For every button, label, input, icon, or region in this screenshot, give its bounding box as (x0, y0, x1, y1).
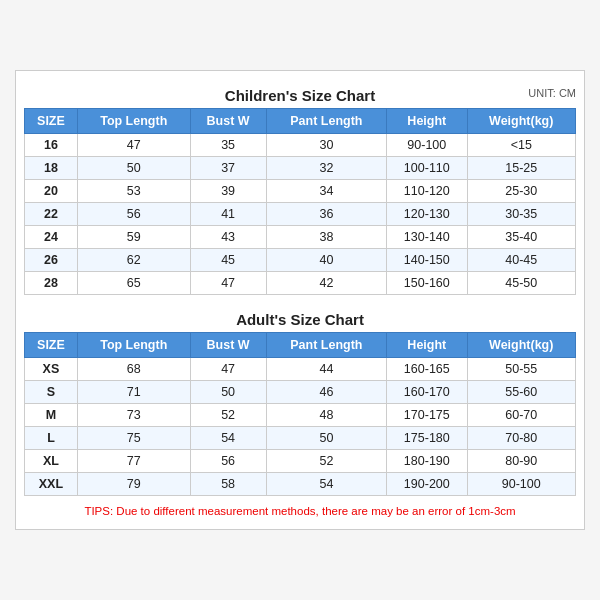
table-cell: 20 (25, 180, 78, 203)
table-row: 22564136120-13030-35 (25, 203, 576, 226)
table-cell: 55-60 (467, 381, 576, 404)
table-cell: 53 (77, 180, 190, 203)
col-header-height: Height (387, 109, 467, 134)
table-cell: 160-170 (387, 381, 467, 404)
table-cell: 44 (266, 358, 386, 381)
table-cell: 48 (266, 404, 386, 427)
adults-table: SIZE Top Length Bust W Pant Length Heigh… (24, 332, 576, 496)
adult-col-size: SIZE (25, 333, 78, 358)
table-cell: 47 (77, 134, 190, 157)
table-row: S715046160-17055-60 (25, 381, 576, 404)
table-cell: 54 (266, 473, 386, 496)
table-cell: 190-200 (387, 473, 467, 496)
table-cell: 71 (77, 381, 190, 404)
table-cell: 100-110 (387, 157, 467, 180)
table-row: 28654742150-16045-50 (25, 272, 576, 295)
table-cell: 28 (25, 272, 78, 295)
table-cell: 130-140 (387, 226, 467, 249)
table-row: XXL795854190-20090-100 (25, 473, 576, 496)
table-cell: 75 (77, 427, 190, 450)
adult-col-pant-length: Pant Length (266, 333, 386, 358)
table-cell: 30 (266, 134, 386, 157)
table-row: XS684744160-16550-55 (25, 358, 576, 381)
table-cell: 52 (266, 450, 386, 473)
table-row: 1647353090-100<15 (25, 134, 576, 157)
table-cell: 90-100 (467, 473, 576, 496)
table-cell: 34 (266, 180, 386, 203)
table-cell: 43 (190, 226, 266, 249)
adults-title-text: Adult's Size Chart (236, 311, 364, 328)
table-cell: S (25, 381, 78, 404)
table-cell: 26 (25, 249, 78, 272)
table-cell: 54 (190, 427, 266, 450)
table-cell: 15-25 (467, 157, 576, 180)
table-cell: 120-130 (387, 203, 467, 226)
table-cell: 60-70 (467, 404, 576, 427)
table-cell: 62 (77, 249, 190, 272)
table-cell: 39 (190, 180, 266, 203)
table-cell: 25-30 (467, 180, 576, 203)
table-cell: 175-180 (387, 427, 467, 450)
adult-col-height: Height (387, 333, 467, 358)
adult-col-weight: Weight(kg) (467, 333, 576, 358)
col-header-size: SIZE (25, 109, 78, 134)
table-cell: 50 (266, 427, 386, 450)
table-cell: 41 (190, 203, 266, 226)
table-cell: 35-40 (467, 226, 576, 249)
table-cell: 70-80 (467, 427, 576, 450)
table-cell: XL (25, 450, 78, 473)
table-cell: 50 (190, 381, 266, 404)
table-cell: 110-120 (387, 180, 467, 203)
table-cell: 59 (77, 226, 190, 249)
table-cell: 35 (190, 134, 266, 157)
table-cell: 50-55 (467, 358, 576, 381)
chart-container: Children's Size Chart UNIT: CM SIZE Top … (15, 70, 585, 530)
adult-col-bust-w: Bust W (190, 333, 266, 358)
table-cell: L (25, 427, 78, 450)
col-header-top-length: Top Length (77, 109, 190, 134)
table-cell: 40-45 (467, 249, 576, 272)
table-cell: 37 (190, 157, 266, 180)
table-cell: XXL (25, 473, 78, 496)
table-row: 20533934110-12025-30 (25, 180, 576, 203)
table-row: L755450175-18070-80 (25, 427, 576, 450)
table-cell: 56 (77, 203, 190, 226)
table-cell: 68 (77, 358, 190, 381)
table-cell: XS (25, 358, 78, 381)
table-cell: 38 (266, 226, 386, 249)
table-cell: 46 (266, 381, 386, 404)
table-cell: 180-190 (387, 450, 467, 473)
table-cell: 45 (190, 249, 266, 272)
table-cell: 30-35 (467, 203, 576, 226)
table-row: 26624540140-15040-45 (25, 249, 576, 272)
table-cell: 77 (77, 450, 190, 473)
table-cell: 58 (190, 473, 266, 496)
children-title: Children's Size Chart UNIT: CM (24, 81, 576, 108)
table-cell: 140-150 (387, 249, 467, 272)
table-cell: 40 (266, 249, 386, 272)
table-cell: 73 (77, 404, 190, 427)
table-cell: 170-175 (387, 404, 467, 427)
table-cell: 47 (190, 272, 266, 295)
table-cell: 22 (25, 203, 78, 226)
children-header-row: SIZE Top Length Bust W Pant Length Heigh… (25, 109, 576, 134)
table-cell: 79 (77, 473, 190, 496)
col-header-pant-length: Pant Length (266, 109, 386, 134)
adult-col-top-length: Top Length (77, 333, 190, 358)
adults-title: Adult's Size Chart (24, 305, 576, 332)
col-header-bust-w: Bust W (190, 109, 266, 134)
table-row: 18503732100-11015-25 (25, 157, 576, 180)
table-cell: 45-50 (467, 272, 576, 295)
tips-text: TIPS: Due to different measurement metho… (24, 503, 576, 519)
table-cell: 56 (190, 450, 266, 473)
table-cell: M (25, 404, 78, 427)
table-cell: 65 (77, 272, 190, 295)
table-cell: 90-100 (387, 134, 467, 157)
table-cell: 42 (266, 272, 386, 295)
table-cell: 16 (25, 134, 78, 157)
table-row: M735248170-17560-70 (25, 404, 576, 427)
children-table: SIZE Top Length Bust W Pant Length Heigh… (24, 108, 576, 295)
table-cell: 150-160 (387, 272, 467, 295)
table-cell: 24 (25, 226, 78, 249)
table-row: XL775652180-19080-90 (25, 450, 576, 473)
